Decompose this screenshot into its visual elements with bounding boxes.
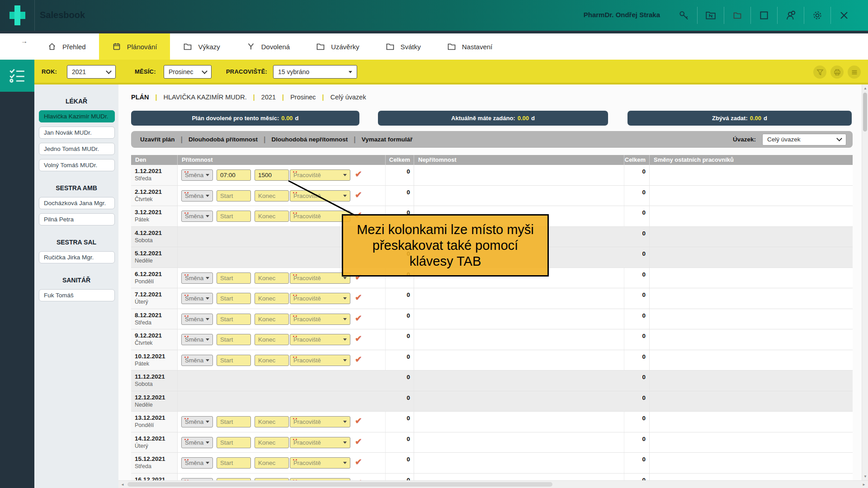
user-search-icon[interactable] [784, 9, 797, 22]
staff-item[interactable]: Pilná Petra [39, 213, 115, 225]
confirm-check-icon[interactable]: ✔ [355, 354, 362, 365]
horizontal-scroll-thumb[interactable] [127, 482, 552, 487]
confirm-check-icon[interactable]: ✔ [355, 190, 362, 200]
shift-select[interactable]: Směna [181, 355, 213, 366]
printer-button[interactable] [830, 66, 844, 79]
scroll-up-icon[interactable]: ▲ [862, 86, 868, 90]
start-input[interactable] [217, 437, 251, 448]
toolbar-action[interactable]: Vymazat formulář [362, 136, 413, 143]
start-input[interactable] [217, 169, 251, 181]
checklist-badge[interactable] [0, 60, 34, 92]
menu-button[interactable] [848, 66, 861, 79]
nav-tab[interactable]: Výkazy [170, 33, 233, 60]
year-select[interactable]: 2021 [67, 65, 116, 79]
staff-item[interactable]: Hlavička Kazimír MUDr. [39, 110, 115, 122]
key-icon[interactable] [677, 9, 691, 22]
confirm-check-icon[interactable]: ✔ [355, 436, 362, 447]
shift-select[interactable]: Směna [181, 211, 213, 222]
scroll-left-icon[interactable]: ◄ [121, 483, 124, 487]
start-input[interactable] [217, 293, 251, 304]
shift-select[interactable]: Směna [181, 457, 213, 469]
end-input[interactable] [255, 293, 289, 304]
absence-cell [414, 371, 624, 391]
folder-n-icon[interactable] [704, 9, 717, 22]
start-input[interactable] [217, 334, 251, 345]
confirm-check-icon[interactable]: ✔ [355, 292, 362, 303]
shift-select[interactable]: Směna [181, 293, 213, 304]
confirm-check-icon[interactable]: ✔ [355, 416, 362, 426]
month-select[interactable]: Prosinec [164, 65, 212, 79]
shift-select[interactable]: Směna [181, 437, 213, 448]
nav-tab[interactable]: Svátky [373, 33, 434, 60]
start-input[interactable] [217, 211, 251, 222]
staff-item[interactable]: Jedno Tomáš MUDr. [39, 143, 115, 155]
workplace-select[interactable]: Pracoviště [290, 190, 350, 202]
confirm-check-icon[interactable]: ✔ [355, 457, 362, 467]
staff-item[interactable]: Jan Novák MUDr. [39, 127, 115, 139]
workplace-select[interactable]: Pracoviště [290, 355, 350, 366]
shift-select[interactable]: Směna [181, 190, 213, 202]
user-name[interactable]: PharmDr. Ondřej Straka [584, 11, 660, 19]
workplace-select[interactable]: Pracoviště [290, 293, 350, 304]
staff-item[interactable]: Volný Tomáš MUDr. [39, 159, 115, 171]
uvazek-label: Úvazek: [733, 136, 756, 143]
nav-tab[interactable]: Dovolená [233, 33, 303, 60]
toolbar-action[interactable]: Uzavřít plán [140, 136, 175, 143]
end-input[interactable] [255, 272, 289, 284]
scroll-down-icon[interactable]: ▼ [862, 474, 868, 479]
nav-tab[interactable]: Plánování [99, 33, 170, 60]
confirm-check-icon[interactable]: ✔ [355, 313, 362, 324]
gear-icon[interactable] [811, 9, 824, 22]
workplace-select[interactable]: Pracoviště [290, 314, 350, 325]
toolbar-action[interactable]: Dlouhodobá nepřítomnost [271, 136, 348, 143]
workplace-select[interactable]: Pracoviště [290, 437, 350, 448]
start-input[interactable] [217, 355, 251, 366]
confirm-check-icon[interactable]: ✔ [355, 333, 362, 344]
start-input[interactable] [217, 190, 251, 202]
shift-select[interactable]: Směna [181, 169, 213, 181]
end-input[interactable] [255, 437, 289, 448]
staff-item[interactable]: Fuk Tomáš [39, 289, 115, 301]
end-input[interactable] [255, 416, 289, 427]
confirm-check-icon[interactable]: ✔ [355, 169, 362, 179]
shift-select[interactable]: Směna [181, 334, 213, 345]
workplace-select[interactable]: Pracoviště [290, 169, 350, 181]
window-icon[interactable] [757, 9, 771, 22]
app-logo[interactable] [0, 0, 35, 31]
workplace-select[interactable]: Pracoviště [290, 272, 350, 284]
end-input[interactable] [255, 211, 289, 222]
filter-button[interactable] [813, 66, 826, 79]
vertical-scroll-thumb[interactable] [863, 93, 867, 131]
staff-item[interactable]: Docházková Jana Mgr. [39, 197, 115, 209]
staff-item[interactable]: Ručička Jirka Mgr. [39, 251, 115, 263]
vertical-scrollbar[interactable]: ▲ ▼ [862, 84, 868, 480]
shift-select[interactable]: Směna [181, 416, 213, 427]
workplace-filter-select[interactable]: 15 vybráno [273, 65, 357, 79]
toolbar-action[interactable]: Dlouhodobá přítomnost [189, 136, 258, 143]
scroll-right-icon[interactable]: ► [862, 483, 866, 487]
end-input[interactable] [255, 314, 289, 325]
nav-tab[interactable]: Přehled [34, 33, 99, 60]
start-input[interactable] [217, 416, 251, 427]
shift-select[interactable]: Směna [181, 314, 213, 325]
close-icon[interactable] [837, 9, 851, 22]
workplace-select[interactable]: Pracoviště [290, 334, 350, 345]
horizontal-scrollbar[interactable]: ◄ ► [118, 480, 868, 488]
start-input[interactable] [217, 457, 251, 469]
end-input[interactable] [255, 355, 289, 366]
end-input[interactable] [255, 190, 289, 202]
uvazek-select[interactable]: Celý úvazek [762, 134, 846, 145]
end-input[interactable] [255, 169, 289, 181]
nav-tab[interactable]: Nastavení [434, 33, 506, 60]
workplace-select[interactable]: Pracoviště [290, 457, 350, 469]
start-input[interactable] [217, 272, 251, 284]
folder-icon[interactable] [731, 9, 744, 22]
end-input[interactable] [255, 334, 289, 345]
workplace-select[interactable]: Pracoviště [290, 211, 350, 222]
start-input[interactable] [217, 314, 251, 325]
end-input[interactable] [255, 457, 289, 469]
workplace-select[interactable]: Pracoviště [290, 416, 350, 427]
nav-tab[interactable]: Uzávěrky [303, 33, 373, 60]
shift-select[interactable]: Směna [181, 272, 213, 284]
breadcrumb-item: 2021 [261, 94, 276, 101]
